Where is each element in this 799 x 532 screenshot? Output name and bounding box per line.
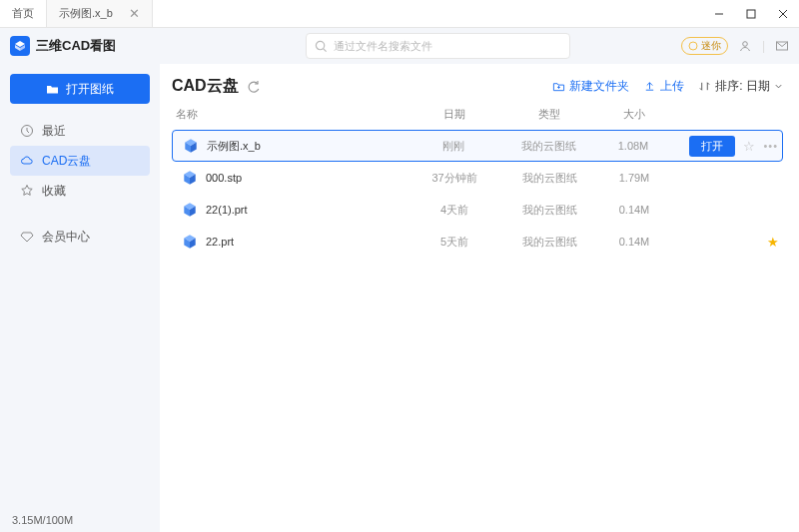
sidebar-item-favorites[interactable]: 收藏 [10, 176, 150, 206]
file-date: 37分钟前 [409, 171, 499, 186]
upload-button[interactable]: 上传 [643, 78, 684, 95]
tab-label: 示例图.x_b [59, 6, 113, 21]
header-right: 迷你 | [681, 37, 789, 55]
brand-icon [10, 36, 30, 56]
table-row[interactable]: 示例图.x_b刚刚我的云图纸1.08M打开☆••• [172, 130, 783, 162]
file-type: 我的云图纸 [499, 171, 599, 186]
main-header: CAD云盘 新建文件夹 上传 排序: 日期 [172, 76, 783, 97]
window-controls [703, 0, 799, 28]
col-date: 日期 [409, 107, 499, 122]
row-actions: 打开☆••• [668, 136, 778, 157]
title-bar: 首页 示例图.x_b ✕ [0, 0, 799, 28]
sidebar-item-member[interactable]: 会员中心 [10, 222, 150, 252]
col-name: 名称 [176, 107, 409, 122]
col-size: 大小 [599, 107, 669, 122]
sort-button[interactable]: 排序: 日期 [698, 78, 783, 95]
toolbar-actions: 新建文件夹 上传 排序: 日期 [552, 78, 783, 95]
minimize-button[interactable] [703, 0, 735, 28]
mini-mode-button[interactable]: 迷你 [681, 37, 728, 55]
maximize-button[interactable] [735, 0, 767, 28]
app-header: 三维CAD看图 迷你 | [0, 28, 799, 64]
close-icon[interactable]: ✕ [129, 6, 140, 21]
sort-icon [698, 80, 711, 93]
page-title: CAD云盘 [172, 76, 239, 97]
storage-usage: 3.15M/100M [10, 508, 150, 532]
file-type: 我的云图纸 [498, 139, 598, 154]
open-drawing-button[interactable]: 打开图纸 [10, 74, 150, 104]
file-type: 我的云图纸 [499, 203, 599, 218]
sidebar: 打开图纸 最近 CAD云盘 收藏 会员中心 3.15M/100M [0, 64, 160, 532]
file-name: 000.stp [176, 170, 409, 186]
file-name: 示例图.x_b [177, 138, 408, 154]
sidebar-item-cloud[interactable]: CAD云盘 [10, 146, 150, 176]
new-folder-button[interactable]: 新建文件夹 [552, 78, 629, 95]
file-3d-icon [183, 138, 199, 154]
file-size: 1.08M [598, 140, 668, 152]
close-button[interactable] [767, 0, 799, 28]
sidebar-item-label: 最近 [42, 123, 66, 140]
file-date: 刚刚 [408, 139, 498, 154]
clock-icon [20, 124, 34, 138]
svg-point-9 [689, 42, 697, 50]
tab-label: 首页 [12, 6, 34, 21]
svg-rect-1 [747, 10, 755, 18]
file-size: 0.14M [599, 204, 669, 216]
mail-icon[interactable] [775, 39, 789, 53]
mini-icon [688, 41, 698, 51]
svg-point-10 [743, 42, 748, 47]
tab-home[interactable]: 首页 [0, 0, 47, 27]
sidebar-item-recent[interactable]: 最近 [10, 116, 150, 146]
col-type: 类型 [499, 107, 599, 122]
cloud-icon [20, 154, 34, 168]
star-icon [20, 184, 34, 198]
upload-icon [643, 80, 656, 93]
sidebar-item-label: CAD云盘 [42, 153, 91, 170]
file-date: 4天前 [409, 203, 499, 218]
column-headers: 名称 日期 类型 大小 [172, 107, 783, 122]
refresh-icon[interactable] [247, 80, 261, 94]
user-icon[interactable] [738, 39, 752, 53]
table-row[interactable]: 000.stp37分钟前我的云图纸1.79M [172, 162, 783, 194]
file-3d-icon [182, 202, 198, 218]
tab-file[interactable]: 示例图.x_b ✕ [47, 0, 153, 27]
star-icon[interactable]: ★ [767, 235, 779, 250]
sidebar-item-label: 会员中心 [42, 229, 90, 246]
brand-title: 三维CAD看图 [36, 37, 116, 55]
file-name: 22.prt [176, 234, 409, 250]
folder-plus-icon [552, 80, 565, 93]
search-box[interactable] [306, 33, 570, 59]
table-row[interactable]: 22.prt5天前我的云图纸0.14M★ [172, 226, 783, 258]
star-icon[interactable]: ☆ [743, 139, 755, 154]
search-icon [315, 40, 328, 53]
chevron-down-icon [774, 82, 783, 91]
file-list: 示例图.x_b刚刚我的云图纸1.08M打开☆•••000.stp37分钟前我的云… [172, 130, 783, 258]
row-actions: ★ [669, 235, 779, 250]
folder-open-icon [46, 82, 60, 96]
file-3d-icon [182, 234, 198, 250]
file-name: 22(1).prt [176, 202, 409, 218]
more-icon[interactable]: ••• [763, 140, 778, 152]
file-date: 5天前 [409, 235, 499, 250]
sidebar-item-label: 收藏 [42, 183, 66, 200]
main-panel: CAD云盘 新建文件夹 上传 排序: 日期 [160, 64, 799, 532]
open-button[interactable]: 打开 [689, 136, 735, 157]
file-type: 我的云图纸 [499, 235, 599, 250]
diamond-icon [20, 230, 34, 244]
svg-line-8 [324, 48, 327, 51]
file-size: 1.79M [599, 172, 669, 184]
table-row[interactable]: 22(1).prt4天前我的云图纸0.14M [172, 194, 783, 226]
brand: 三维CAD看图 [10, 36, 116, 56]
file-3d-icon [182, 170, 198, 186]
svg-point-7 [317, 41, 325, 49]
search-input[interactable] [334, 40, 561, 52]
file-size: 0.14M [599, 236, 669, 248]
